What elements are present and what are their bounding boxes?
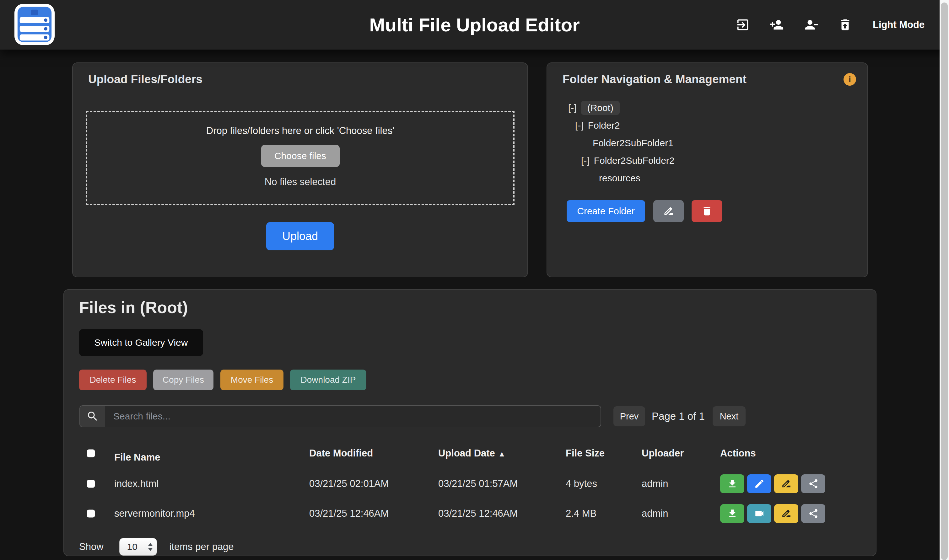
date-modified: 03/21/25 02:01AM: [309, 478, 389, 489]
upload-panel-title: Upload Files/Folders: [73, 63, 527, 96]
page-title: Multi File Upload Editor: [370, 14, 580, 36]
tree-item-label[interactable]: resources: [599, 173, 641, 183]
table-row: index.html 03/21/25 02:01AM 03/21/25 01:…: [64, 469, 876, 498]
download-file-button[interactable]: [720, 504, 744, 523]
items-per-page-select[interactable]: 10: [119, 538, 157, 555]
folder-panel: Folder Navigation & Management i [-] (Ro…: [547, 62, 868, 277]
stepper-arrows-icon: [148, 543, 153, 551]
pencil-line-icon: [781, 478, 792, 489]
collapse-toggle[interactable]: [-]: [575, 120, 584, 131]
download-icon: [727, 508, 738, 519]
tree-item-resources[interactable]: resources: [547, 169, 867, 187]
create-folder-button[interactable]: Create Folder: [567, 200, 645, 222]
move-files-button[interactable]: Move Files: [220, 369, 283, 390]
file-size: 2.4 MB: [566, 508, 596, 519]
row-checkbox[interactable]: [87, 509, 95, 517]
folder-panel-title: Folder Navigation & Management: [562, 73, 747, 86]
column-header-date-modified[interactable]: Date Modified: [309, 448, 373, 459]
collapse-toggle[interactable]: [-]: [581, 155, 590, 166]
date-modified: 03/21/25 12:46AM: [309, 508, 389, 519]
remove-user-icon[interactable]: [804, 18, 818, 32]
logout-icon[interactable]: [735, 18, 750, 32]
tree-item-label[interactable]: (Root): [581, 101, 620, 115]
restore-trash-icon[interactable]: [838, 18, 852, 32]
choose-files-button[interactable]: Choose files: [261, 145, 340, 167]
delete-folder-button[interactable]: [692, 200, 723, 222]
file-name: servermonitor.mp4: [114, 508, 195, 519]
prev-page-button[interactable]: Prev: [613, 406, 645, 426]
upload-date: 03/21/25 12:46AM: [438, 508, 518, 519]
tree-item-label[interactable]: Folder2: [588, 120, 620, 131]
delete-files-button[interactable]: Delete Files: [79, 369, 146, 390]
no-files-status: No files selected: [265, 176, 336, 188]
files-section-title: Files in (Root): [79, 298, 188, 317]
items-per-page-control: Show 10 items per page: [79, 538, 234, 556]
uploader: admin: [642, 478, 668, 489]
share-icon: [808, 478, 819, 489]
pencil-line-icon: [781, 508, 792, 519]
rename-file-button[interactable]: [774, 504, 798, 523]
play-video-button[interactable]: [747, 504, 771, 523]
trash-icon: [701, 206, 713, 217]
tree-item-folder2subfolder2[interactable]: [-] Folder2SubFolder2: [547, 152, 867, 169]
file-dropzone[interactable]: Drop files/folders here or click 'Choose…: [86, 111, 515, 205]
download-file-button[interactable]: [720, 474, 744, 493]
show-label: Show: [79, 541, 103, 552]
uploader: admin: [642, 508, 668, 519]
file-name: index.html: [114, 478, 159, 489]
copy-files-button[interactable]: Copy Files: [153, 369, 214, 390]
sort-ascending-icon: ▲: [498, 449, 506, 458]
tree-item-label[interactable]: Folder2SubFolder1: [593, 138, 673, 148]
download-zip-button[interactable]: Download ZIP: [290, 369, 367, 390]
pencil-line-icon: [663, 206, 674, 217]
upload-date: 03/21/25 01:57AM: [438, 478, 518, 489]
tree-item-folder2[interactable]: [-] Folder2: [547, 117, 867, 134]
edit-file-button[interactable]: [747, 474, 771, 493]
collapse-toggle[interactable]: [-]: [568, 103, 577, 113]
switch-gallery-view-button[interactable]: Switch to Gallery View: [79, 329, 203, 356]
vertical-scrollbar[interactable]: [940, 0, 949, 560]
column-header-actions: Actions: [720, 448, 756, 459]
table-header-row: File Name Date Modified Upload Date▲ Fil…: [64, 443, 876, 464]
add-user-icon[interactable]: [769, 18, 784, 32]
table-row: servermonitor.mp4 03/21/25 12:46AM 03/21…: [64, 498, 876, 528]
items-per-page-label: items per page: [169, 541, 234, 552]
download-icon: [727, 478, 738, 489]
row-checkbox[interactable]: [87, 480, 95, 488]
files-panel: Files in (Root) Switch to Gallery View D…: [63, 289, 877, 556]
share-file-button[interactable]: [801, 504, 825, 523]
scrollbar-thumb[interactable]: [941, 3, 948, 560]
rename-file-button[interactable]: [774, 474, 798, 493]
items-per-page-value: 10: [127, 542, 137, 552]
tree-item-root[interactable]: [-] (Root): [547, 99, 867, 117]
info-icon[interactable]: i: [844, 73, 856, 86]
select-all-checkbox[interactable]: [87, 449, 95, 457]
light-mode-toggle[interactable]: Light Mode: [873, 0, 924, 49]
app-logo-server-icon[interactable]: [14, 4, 55, 46]
file-size: 4 bytes: [566, 478, 597, 489]
share-file-button[interactable]: [801, 474, 825, 493]
page-indicator: Page 1 of 1: [650, 406, 707, 426]
app-header: Multi File Upload Editor Light Mode: [0, 0, 949, 49]
rename-folder-button[interactable]: [653, 200, 684, 222]
upload-button[interactable]: Upload: [266, 222, 334, 250]
folder-tree: [-] (Root) [-] Folder2 Folder2SubFolder1…: [547, 99, 867, 187]
search-input[interactable]: [105, 405, 601, 427]
share-icon: [808, 508, 819, 519]
column-header-uploader[interactable]: Uploader: [642, 448, 684, 459]
upload-panel: Upload Files/Folders Drop files/folders …: [72, 62, 528, 277]
video-camera-icon: [754, 508, 765, 519]
column-header-upload-date[interactable]: Upload Date▲: [438, 448, 506, 459]
column-header-file-size[interactable]: File Size: [566, 448, 605, 459]
dropzone-hint: Drop files/folders here or click 'Choose…: [206, 125, 394, 137]
search-icon[interactable]: [79, 405, 106, 427]
pencil-icon: [754, 478, 765, 489]
next-page-button[interactable]: Next: [713, 406, 746, 426]
column-header-file-name[interactable]: File Name: [114, 452, 160, 463]
tree-item-folder2subfolder1[interactable]: Folder2SubFolder1: [547, 134, 867, 152]
tree-item-label[interactable]: Folder2SubFolder2: [594, 155, 675, 166]
